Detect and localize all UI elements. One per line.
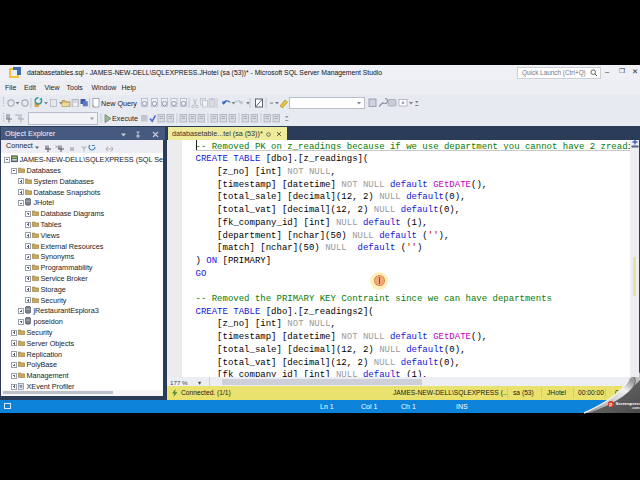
svg-text:.com: .com: [632, 406, 640, 410]
svg-text:p: p: [609, 402, 612, 407]
